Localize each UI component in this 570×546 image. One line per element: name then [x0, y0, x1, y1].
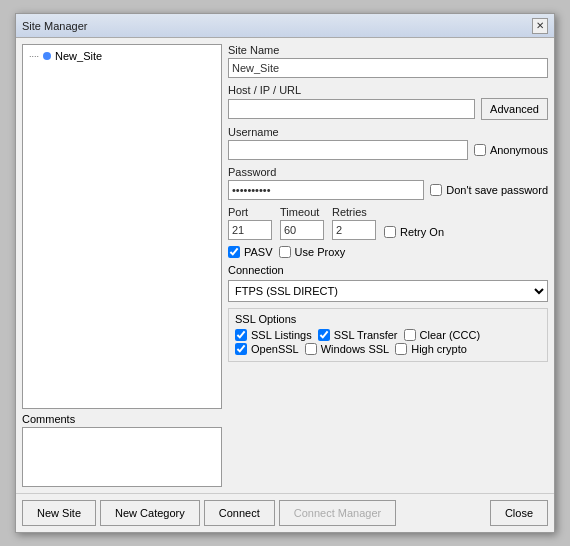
password-group: Password Don't save password: [228, 166, 548, 200]
connection-group: Connection FTP FTPS (SSL DIRECT) SFTP FT…: [228, 264, 548, 302]
footer-buttons: New Site New Category Connect Connect Ma…: [16, 493, 554, 532]
port-input[interactable]: [228, 220, 272, 240]
main-content: ···· New_Site Comments Site Name Host / …: [16, 38, 554, 493]
host-row: Advanced: [228, 98, 548, 120]
retries-label: Retries: [332, 206, 376, 218]
site-name-group: Site Name: [228, 44, 548, 78]
dont-save-label: Don't save password: [446, 184, 548, 196]
ssl-transfer-row[interactable]: SSL Transfer: [318, 329, 398, 341]
tree-dots: ····: [29, 51, 39, 61]
anonymous-checkbox-row[interactable]: Anonymous: [474, 144, 548, 156]
ssl-transfer-checkbox[interactable]: [318, 329, 330, 341]
clear-ccc-row[interactable]: Clear (CCC): [404, 329, 481, 341]
comments-section: Comments: [22, 413, 222, 487]
connect-manager-button[interactable]: Connect Manager: [279, 500, 396, 526]
right-panel: Site Name Host / IP / URL Advanced Usern…: [228, 44, 548, 487]
host-input[interactable]: [228, 99, 475, 119]
username-label: Username: [228, 126, 548, 138]
retry-on-checkbox[interactable]: [384, 226, 396, 238]
site-tree-item-label: New_Site: [55, 50, 102, 62]
new-category-button[interactable]: New Category: [100, 500, 200, 526]
password-label: Password: [228, 166, 548, 178]
openssl-checkbox[interactable]: [235, 343, 247, 355]
dont-save-row[interactable]: Don't save password: [430, 184, 548, 196]
connection-label: Connection: [228, 264, 548, 276]
host-label: Host / IP / URL: [228, 84, 548, 96]
ssl-options-title: SSL Options: [235, 313, 541, 325]
password-input[interactable]: [228, 180, 424, 200]
ssl-listings-checkbox[interactable]: [235, 329, 247, 341]
timeout-input[interactable]: [280, 220, 324, 240]
timeout-group: Timeout: [280, 206, 324, 240]
retries-input[interactable]: [332, 220, 376, 240]
comments-label: Comments: [22, 413, 222, 425]
windows-ssl-checkbox[interactable]: [305, 343, 317, 355]
high-crypto-checkbox[interactable]: [395, 343, 407, 355]
windows-ssl-row[interactable]: Windows SSL: [305, 343, 389, 355]
high-crypto-label: High crypto: [411, 343, 467, 355]
windows-ssl-label: Windows SSL: [321, 343, 389, 355]
ssl-listings-label: SSL Listings: [251, 329, 312, 341]
retry-on-label: Retry On: [400, 226, 444, 238]
retries-group: Retries: [332, 206, 376, 240]
site-name-input[interactable]: [228, 58, 548, 78]
close-button[interactable]: Close: [490, 500, 548, 526]
username-row: Anonymous: [228, 140, 548, 160]
host-group: Host / IP / URL Advanced: [228, 84, 548, 120]
use-proxy-row[interactable]: Use Proxy: [279, 246, 346, 258]
port-timeout-row: Port Timeout Retries Retry On: [228, 206, 548, 240]
pasv-label: PASV: [244, 246, 273, 258]
site-tree[interactable]: ···· New_Site: [22, 44, 222, 409]
dont-save-checkbox[interactable]: [430, 184, 442, 196]
password-row: Don't save password: [228, 180, 548, 200]
username-group: Username Anonymous: [228, 126, 548, 160]
clear-ccc-checkbox[interactable]: [404, 329, 416, 341]
title-bar: Site Manager ✕: [16, 14, 554, 38]
connect-button[interactable]: Connect: [204, 500, 275, 526]
pasv-proxy-row: PASV Use Proxy: [228, 246, 548, 258]
openssl-row[interactable]: OpenSSL: [235, 343, 299, 355]
ssl-transfer-label: SSL Transfer: [334, 329, 398, 341]
high-crypto-row[interactable]: High crypto: [395, 343, 467, 355]
ssl-options-row2: OpenSSL Windows SSL High crypto: [235, 343, 541, 355]
site-name-label: Site Name: [228, 44, 548, 56]
timeout-label: Timeout: [280, 206, 324, 218]
openssl-label: OpenSSL: [251, 343, 299, 355]
use-proxy-label: Use Proxy: [295, 246, 346, 258]
pasv-row[interactable]: PASV: [228, 246, 273, 258]
port-label: Port: [228, 206, 272, 218]
ssl-options-row1: SSL Listings SSL Transfer Clear (CCC): [235, 329, 541, 341]
window-title: Site Manager: [22, 20, 87, 32]
site-bullet-icon: [43, 52, 51, 60]
new-site-button[interactable]: New Site: [22, 500, 96, 526]
clear-ccc-label: Clear (CCC): [420, 329, 481, 341]
retry-on-row[interactable]: Retry On: [384, 226, 444, 238]
pasv-checkbox[interactable]: [228, 246, 240, 258]
ssl-listings-row[interactable]: SSL Listings: [235, 329, 312, 341]
site-manager-window: Site Manager ✕ ···· New_Site Comments Si…: [15, 13, 555, 533]
use-proxy-checkbox[interactable]: [279, 246, 291, 258]
port-group: Port: [228, 206, 272, 240]
anonymous-checkbox[interactable]: [474, 144, 486, 156]
advanced-button[interactable]: Advanced: [481, 98, 548, 120]
site-tree-item[interactable]: ···· New_Site: [27, 49, 217, 63]
close-window-button[interactable]: ✕: [532, 18, 548, 34]
ssl-options-box: SSL Options SSL Listings SSL Transfer Cl…: [228, 308, 548, 362]
left-panel: ···· New_Site Comments: [22, 44, 222, 487]
comments-textarea[interactable]: [22, 427, 222, 487]
connection-select[interactable]: FTP FTPS (SSL DIRECT) SFTP FTPS (AUTH TL…: [228, 280, 548, 302]
anonymous-label: Anonymous: [490, 144, 548, 156]
username-input[interactable]: [228, 140, 468, 160]
